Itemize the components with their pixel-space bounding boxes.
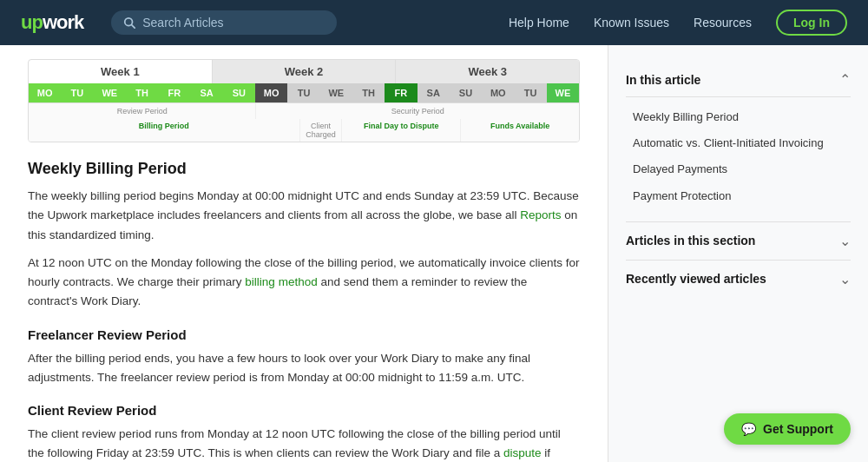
get-support-button[interactable]: 💬 Get Support xyxy=(724,413,851,445)
search-bar[interactable]: Search Articles xyxy=(111,10,337,35)
dispute-link[interactable]: dispute xyxy=(503,446,542,459)
section3-title: Client Review Period xyxy=(28,403,580,418)
day-su1: SU xyxy=(223,83,255,102)
search-label: Search Articles xyxy=(142,16,223,30)
svg-line-1 xyxy=(132,25,135,29)
header-nav: Help Home Known Issues Resources Log In xyxy=(509,10,847,36)
recently-viewed-header[interactable]: Recently viewed articles ⌄ xyxy=(626,260,851,298)
nav-known-issues[interactable]: Known Issues xyxy=(594,16,669,30)
toc-item-delayed-payments[interactable]: Delayed Payments xyxy=(626,156,851,182)
support-icon: 💬 xyxy=(741,422,756,436)
login-button[interactable]: Log In xyxy=(776,10,847,36)
support-label: Get Support xyxy=(763,422,833,436)
section1-p1-text: The weekly billing period begins Monday … xyxy=(28,189,579,221)
toc-item-payment-protection[interactable]: Payment Protection xyxy=(626,183,851,209)
day-mo3: MO xyxy=(482,83,514,102)
section1-title: Weekly Billing Period xyxy=(28,160,580,178)
toc-item-automatic-invoicing[interactable]: Automatic vs. Client-Initiated Invoicing xyxy=(626,130,851,156)
header: upwork Search Articles Help Home Known I… xyxy=(0,0,868,45)
label-billing-period: Billing Period xyxy=(29,119,300,142)
collapse-icon[interactable]: ⌃ xyxy=(839,71,851,88)
week3-header: Week 3 xyxy=(396,60,579,83)
sidebar-toc-items: Weekly Billing Period Automatic vs. Clie… xyxy=(626,97,851,216)
week1-header: Week 1 xyxy=(29,60,213,83)
day-su2: SU xyxy=(450,83,482,102)
day-mo1: MO xyxy=(29,83,61,102)
in-this-article-title: In this article xyxy=(626,73,700,87)
billing-chart: Week 1 Week 2 Week 3 MO TU WE TH FR SA S… xyxy=(28,59,580,142)
label-final-day: Final Day to Dispute xyxy=(342,119,461,142)
day-tu1: TU xyxy=(61,83,93,102)
days-row: MO TU WE TH FR SA SU MO TU WE TH FR SA S… xyxy=(29,83,579,102)
day-tu3: TU xyxy=(514,83,546,102)
section1-p2: At 12 noon UTC on the Monday following t… xyxy=(28,254,580,312)
articles-section-title: Articles in this section xyxy=(626,234,755,248)
nav-help-home[interactable]: Help Home xyxy=(509,16,569,30)
day-th2: TH xyxy=(352,83,385,102)
day-we1: WE xyxy=(94,83,126,102)
day-we3: WE xyxy=(547,83,579,102)
legend-review-period: Review Period xyxy=(29,103,256,119)
day-tu2: TU xyxy=(287,83,319,102)
in-this-article-section: In this article ⌃ Weekly Billing Period … xyxy=(626,63,851,216)
section1-p1: The weekly billing period begins Monday … xyxy=(28,187,580,245)
day-sa1: SA xyxy=(190,83,222,102)
section2-title: Freelancer Review Period xyxy=(28,327,580,342)
nav-resources[interactable]: Resources xyxy=(694,16,752,30)
section2-p1: After the billing period ends, you have … xyxy=(28,349,580,388)
section3-p1-text: The client review period runs from Monda… xyxy=(28,427,561,459)
main-layout: Week 1 Week 2 Week 3 MO TU WE TH FR SA S… xyxy=(0,45,868,462)
logo[interactable]: upwork xyxy=(21,11,83,34)
label-funds-available: Funds Available xyxy=(461,119,579,142)
recently-viewed-title: Recently viewed articles xyxy=(626,272,766,286)
week2-header: Week 2 xyxy=(213,60,397,83)
day-sa2: SA xyxy=(418,83,450,102)
day-mo2: MO xyxy=(255,83,287,102)
day-th1: TH xyxy=(126,83,158,102)
articles-section-header[interactable]: Articles in this section ⌄ xyxy=(626,221,851,260)
legend-row: Review Period Security Period xyxy=(29,102,579,119)
article-content: Week 1 Week 2 Week 3 MO TU WE TH FR SA S… xyxy=(0,45,608,462)
billing-method-link[interactable]: billing method xyxy=(245,275,317,288)
reports-link[interactable]: Reports xyxy=(520,208,561,221)
in-this-article-header[interactable]: In this article ⌃ xyxy=(626,63,851,97)
weeks-header: Week 1 Week 2 Week 3 xyxy=(29,60,579,83)
toc-item-weekly-billing[interactable]: Weekly Billing Period xyxy=(626,104,851,130)
label-client-charged: Client Charged xyxy=(300,119,343,142)
day-fr2: FR xyxy=(385,83,417,102)
legend-security-period: Security Period xyxy=(256,103,579,119)
label-row: Billing Period Client Charged Final Day … xyxy=(29,119,579,142)
sidebar: In this article ⌃ Weekly Billing Period … xyxy=(608,45,868,462)
day-fr1: FR xyxy=(158,83,190,102)
day-we2: WE xyxy=(320,83,352,102)
recently-viewed-chevron-icon[interactable]: ⌄ xyxy=(839,271,851,287)
search-icon xyxy=(123,16,135,29)
articles-chevron-icon[interactable]: ⌄ xyxy=(839,233,851,249)
section3-p1: The client review period runs from Monda… xyxy=(28,425,580,462)
